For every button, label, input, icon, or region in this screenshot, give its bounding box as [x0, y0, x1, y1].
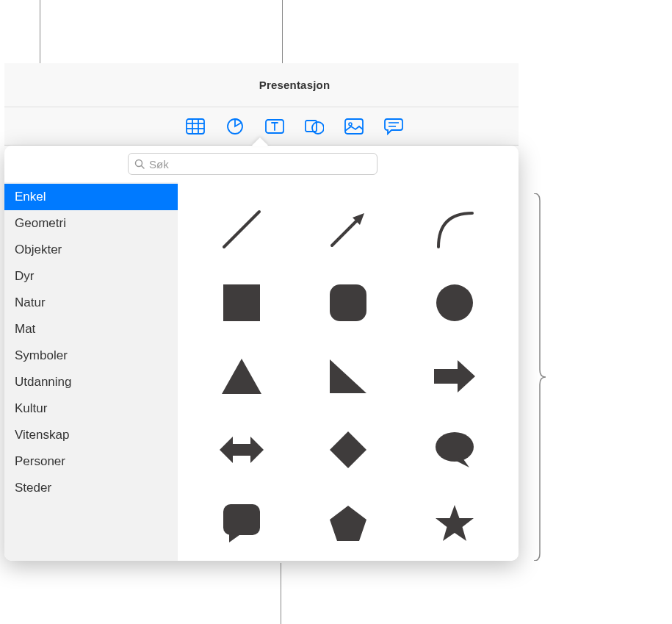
sidebar-item-enkel[interactable]: Enkel: [4, 184, 178, 210]
svg-rect-0: [187, 119, 204, 134]
media-icon: [344, 118, 364, 135]
svg-point-8: [312, 122, 324, 134]
media-button[interactable]: [343, 115, 365, 137]
sidebar-item-symboler[interactable]: Symboler: [4, 343, 178, 369]
search-icon: [134, 159, 145, 169]
svg-rect-21: [223, 504, 260, 535]
window-title-text: Presentasjon: [259, 79, 330, 91]
svg-point-10: [349, 123, 352, 126]
text-icon: [265, 119, 284, 134]
chart-button[interactable]: [224, 115, 246, 137]
shape-line[interactable]: [215, 203, 268, 256]
shape-speech-bubble[interactable]: [428, 423, 481, 476]
sidebar-item-natur[interactable]: Natur: [4, 290, 178, 316]
callout-bracket-right: [532, 193, 547, 561]
shape-arrow[interactable]: [322, 203, 375, 256]
popover-arrow: [251, 137, 269, 146]
shape-curve[interactable]: [428, 203, 481, 256]
shape-button[interactable]: [303, 115, 325, 137]
sidebar-item-geometri[interactable]: Geometri: [4, 210, 178, 237]
sidebar-item-dyr[interactable]: Dyr: [4, 263, 178, 290]
callout-line-bottom: [281, 563, 281, 624]
svg-line-15: [224, 212, 259, 247]
shape-double-arrow-block[interactable]: [215, 423, 268, 476]
sidebar-item-vitenskap[interactable]: Vitenskap: [4, 422, 178, 448]
table-button[interactable]: [184, 115, 206, 137]
popover-body: Enkel Geometri Objekter Dyr Natur Mat Sy…: [4, 182, 519, 561]
shape-right-arrow-block[interactable]: [428, 350, 481, 403]
category-sidebar: Enkel Geometri Objekter Dyr Natur Mat Sy…: [4, 182, 178, 561]
shape-triangle[interactable]: [215, 350, 268, 403]
shapes-popover: Søk Enkel Geometri Objekter Dyr Natur Ma…: [4, 146, 519, 561]
comment-icon: [384, 118, 403, 135]
shapes-grid: [178, 182, 519, 561]
chart-icon: [226, 118, 244, 135]
comment-button[interactable]: [383, 115, 405, 137]
shape-square-callout[interactable]: [215, 497, 268, 550]
search-placeholder: Søk: [149, 158, 169, 171]
sidebar-item-mat[interactable]: Mat: [4, 316, 178, 343]
search-input[interactable]: Søk: [128, 153, 377, 175]
window-title: Presentasjon: [4, 63, 519, 107]
shape-star[interactable]: [428, 497, 481, 550]
shape-icon: [305, 118, 324, 135]
svg-rect-17: [223, 284, 260, 321]
search-row: Søk: [4, 146, 519, 182]
shape-right-triangle[interactable]: [322, 350, 375, 403]
svg-rect-18: [330, 284, 366, 321]
shape-square[interactable]: [215, 276, 268, 329]
shape-circle[interactable]: [428, 276, 481, 329]
svg-line-16: [332, 218, 360, 245]
svg-line-14: [142, 166, 145, 169]
shape-diamond[interactable]: [322, 423, 375, 476]
sidebar-item-personer[interactable]: Personer: [4, 448, 178, 475]
svg-point-19: [436, 284, 473, 321]
table-icon: [186, 118, 205, 135]
text-button[interactable]: [264, 115, 286, 137]
shape-rounded-square[interactable]: [322, 276, 375, 329]
svg-point-20: [436, 432, 474, 462]
sidebar-item-objekter[interactable]: Objekter: [4, 237, 178, 263]
sidebar-item-utdanning[interactable]: Utdanning: [4, 369, 178, 395]
shape-pentagon[interactable]: [322, 497, 375, 550]
sidebar-item-steder[interactable]: Steder: [4, 475, 178, 501]
sidebar-item-kultur[interactable]: Kultur: [4, 395, 178, 422]
